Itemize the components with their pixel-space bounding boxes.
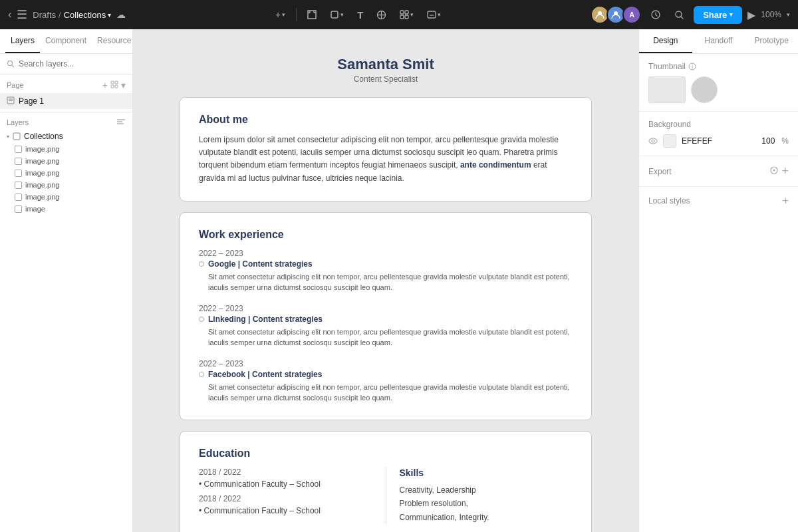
svg-point-43 bbox=[649, 138, 657, 144]
tab-prototype[interactable]: Prototype bbox=[745, 29, 798, 53]
edu-item-2: • Communication Faculty – School bbox=[199, 506, 372, 515]
background-section: Background EFEFEF 100 % bbox=[639, 112, 798, 156]
prototype-tool-button[interactable]: ▾ bbox=[423, 7, 445, 22]
frame-tool-button[interactable] bbox=[303, 7, 321, 22]
layers-list: ▾ Collections image.png image.png image.… bbox=[0, 130, 132, 532]
tab-layers[interactable]: Layers bbox=[5, 29, 40, 53]
topbar-right: A Design Share ▾ ▶ 100% ▾ bbox=[591, 5, 790, 24]
collapse-layers-button[interactable] bbox=[116, 118, 126, 127]
left-panel: Layers Component Resource Page + ▾ Page … bbox=[0, 29, 133, 532]
avatar-3[interactable]: A bbox=[622, 5, 641, 24]
export-settings-button[interactable] bbox=[769, 164, 779, 178]
topbar-center: +▾ ▾ T ▾ ▾ bbox=[271, 7, 445, 23]
main-layout: Layers Component Resource Page + ▾ Page … bbox=[0, 29, 798, 532]
plugin-icon-button[interactable] bbox=[646, 7, 665, 23]
image-icon bbox=[15, 158, 22, 165]
work-company-3: Facebook | Content strategies bbox=[199, 370, 573, 379]
thumbnail-header: Thumbnail bbox=[648, 62, 789, 71]
work-experience-card: Work experience 2022 – 2023 Google | Con… bbox=[180, 212, 592, 420]
svg-rect-5 bbox=[331, 11, 338, 18]
about-me-text: Lorem ipsum dolor sit amet consectetur a… bbox=[199, 134, 573, 185]
breadcrumb-drafts[interactable]: Drafts bbox=[33, 10, 56, 20]
work-dot-3 bbox=[199, 372, 204, 377]
skills-text: Creativity, LeadershipProblem resolution… bbox=[400, 483, 573, 524]
work-entry-3: 2022 – 2023 Facebook | Content strategie… bbox=[199, 359, 573, 404]
svg-point-42 bbox=[692, 65, 692, 65]
thumbnail-box bbox=[648, 76, 789, 103]
svg-rect-39 bbox=[15, 205, 22, 212]
layer-item-image-2[interactable]: image.png bbox=[0, 155, 132, 167]
image-icon bbox=[15, 194, 22, 201]
shape-tool-button[interactable]: ▾ bbox=[326, 7, 348, 22]
run-button[interactable]: ▶ bbox=[747, 9, 755, 21]
work-entry-1: 2022 – 2023 Google | Content strategies … bbox=[199, 249, 573, 293]
move-tool-button[interactable] bbox=[372, 7, 390, 23]
svg-rect-12 bbox=[405, 15, 408, 19]
page-item-1[interactable]: Page 1 bbox=[0, 93, 132, 109]
education-card: Education 2018 / 2022 • Communication Fa… bbox=[180, 431, 592, 532]
edu-left: 2018 / 2022 • Communication Faculty – Sc… bbox=[199, 467, 372, 524]
cloud-icon[interactable]: ☁ bbox=[116, 9, 126, 20]
layers-header: Layers bbox=[0, 112, 132, 130]
svg-rect-23 bbox=[115, 81, 118, 84]
layer-item-image-6[interactable]: image bbox=[0, 203, 132, 215]
svg-point-44 bbox=[652, 140, 654, 142]
page-chevron-button[interactable]: ▾ bbox=[121, 80, 126, 90]
work-date-3: 2022 – 2023 bbox=[199, 359, 573, 368]
page-header: Page + ▾ bbox=[0, 74, 132, 93]
export-add-button[interactable]: + bbox=[781, 164, 789, 178]
layer-item-image-4[interactable]: image.png bbox=[0, 179, 132, 191]
page-label: Page bbox=[7, 81, 24, 89]
image-icon bbox=[15, 182, 22, 189]
tab-design[interactable]: Design bbox=[639, 29, 692, 53]
work-desc-1: Sit amet consectetur adipiscing elit non… bbox=[199, 271, 573, 293]
tab-resource[interactable]: Resource bbox=[92, 29, 136, 53]
svg-rect-37 bbox=[15, 182, 22, 188]
share-button[interactable]: Design Share ▾ bbox=[694, 6, 742, 24]
canvas-area[interactable]: Samanta Smit Content Specialist About me… bbox=[133, 29, 638, 532]
breadcrumb-current[interactable]: Collections ▾ bbox=[64, 10, 112, 20]
search-global-button[interactable] bbox=[670, 7, 688, 23]
bg-opacity-value[interactable]: 100 bbox=[761, 136, 775, 146]
edu-date-2: 2018 / 2022 bbox=[199, 494, 372, 503]
tab-component[interactable]: Component bbox=[40, 29, 92, 53]
visibility-toggle[interactable] bbox=[648, 136, 658, 146]
page-grid-button[interactable] bbox=[110, 80, 118, 90]
work-company-2: Linkeding | Content strategies bbox=[199, 315, 573, 324]
back-icon[interactable]: ‹ bbox=[8, 9, 11, 21]
thumbnail-preview-2 bbox=[691, 76, 718, 103]
export-section: Export + bbox=[639, 156, 798, 187]
bg-opacity-unit: % bbox=[781, 136, 789, 146]
thumbnail-preview-1 bbox=[648, 76, 686, 103]
local-styles-add-button[interactable]: + bbox=[783, 195, 789, 207]
menu-icon[interactable]: ☰ bbox=[17, 7, 27, 22]
thumbnail-label: Thumbnail bbox=[648, 62, 696, 71]
component-tool-button[interactable]: ▾ bbox=[396, 7, 418, 22]
page-icon bbox=[7, 96, 15, 106]
search-input[interactable] bbox=[19, 59, 126, 68]
text-tool-button[interactable]: T bbox=[353, 7, 367, 23]
zoom-chevron[interactable]: ▾ bbox=[787, 11, 790, 18]
tab-handoff[interactable]: Handoff bbox=[692, 29, 745, 53]
svg-rect-13 bbox=[428, 11, 436, 18]
edu-item-1: • Communication Faculty – School bbox=[199, 479, 372, 489]
zoom-level[interactable]: 100% bbox=[761, 10, 781, 19]
svg-rect-32 bbox=[13, 133, 20, 140]
svg-rect-25 bbox=[115, 85, 118, 88]
layer-item-image-5[interactable]: image.png bbox=[0, 191, 132, 203]
layers-label: Layers bbox=[7, 118, 29, 126]
bg-color-value[interactable]: EFEFEF bbox=[682, 136, 756, 146]
work-desc-2: Sit amet consectetur adipiscing elit non… bbox=[199, 327, 573, 348]
layer-item-image-1[interactable]: image.png bbox=[0, 143, 132, 155]
work-dot-1 bbox=[199, 261, 204, 267]
add-page-button[interactable]: + bbox=[102, 80, 108, 90]
add-tool-button[interactable]: +▾ bbox=[271, 7, 289, 23]
bg-color-swatch[interactable] bbox=[663, 134, 676, 148]
panel-tabs: Layers Component Resource bbox=[0, 29, 132, 54]
bg-row: EFEFEF 100 % bbox=[648, 134, 789, 148]
layer-group-collections[interactable]: ▾ Collections bbox=[0, 130, 132, 143]
layer-item-image-3[interactable]: image.png bbox=[0, 167, 132, 179]
right-panel: Design Handoff Prototype Thumbnail Backg… bbox=[638, 29, 798, 532]
svg-rect-10 bbox=[405, 11, 408, 14]
svg-rect-33 bbox=[15, 146, 22, 152]
